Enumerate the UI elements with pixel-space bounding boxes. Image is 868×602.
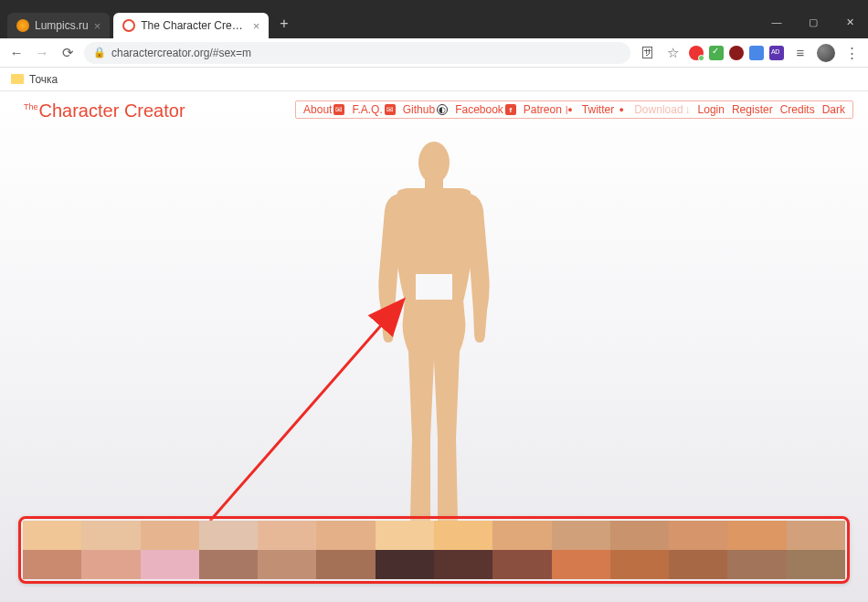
lock-icon: 🔒 [93, 47, 106, 58]
color-swatch[interactable] [141, 521, 199, 550]
mail-icon: ✉ [333, 104, 344, 115]
bookmark-item[interactable]: Точка [29, 73, 58, 86]
color-swatch[interactable] [669, 550, 727, 579]
app-menu: About ✉ F.A.Q. ✉ Github ◐ Facebook f Pat… [295, 100, 853, 119]
bookmarks-bar: Точка [0, 68, 868, 91]
color-swatch[interactable] [316, 550, 375, 579]
skin-palette [23, 521, 845, 579]
menu-dark[interactable]: Dark [820, 103, 847, 116]
url-input[interactable]: 🔒 charactercreator.org/#sex=m [84, 42, 630, 64]
tab-character-creator[interactable]: The Character Creator - Build vis... × [113, 13, 269, 38]
extension-icon[interactable] [769, 46, 784, 60]
color-swatch[interactable] [787, 521, 845, 550]
menu-patreon[interactable]: Patreon |● [522, 103, 577, 116]
download-icon: ↓ [685, 103, 691, 116]
logo-prefix: The [24, 102, 38, 111]
color-swatch[interactable] [727, 521, 786, 550]
star-icon[interactable]: ☆ [663, 45, 682, 61]
color-swatch[interactable] [610, 550, 669, 579]
palette-row [23, 550, 845, 579]
color-swatch[interactable] [787, 550, 845, 579]
menu-credits[interactable]: Credits [778, 103, 817, 116]
color-swatch[interactable] [81, 550, 140, 579]
tab-title: Lumpics.ru [35, 19, 89, 32]
twitter-icon: ● [616, 104, 627, 115]
facebook-icon: f [505, 104, 516, 115]
patreon-icon: |● [564, 104, 575, 115]
forward-button[interactable]: → [33, 45, 51, 60]
tab-title: The Character Creator - Build vis... [141, 19, 247, 32]
reading-list-icon[interactable]: ≡ [791, 45, 810, 60]
tab-strip: Lumpics.ru × The Character Creator - Bui… [0, 9, 868, 38]
menu-twitter[interactable]: Twitter ● [580, 103, 629, 116]
color-swatch[interactable] [376, 521, 434, 550]
palette-row [23, 521, 845, 550]
color-swatch[interactable] [23, 550, 81, 579]
color-swatch[interactable] [199, 550, 258, 579]
back-button[interactable]: ← [7, 45, 26, 60]
color-swatch[interactable] [23, 521, 81, 550]
menu-download[interactable]: Download ↓ [632, 103, 692, 116]
logo-main: Character Creator [39, 100, 185, 121]
svg-point-0 [418, 142, 450, 184]
mail-icon: ✉ [385, 104, 396, 115]
translate-icon[interactable]: 🈂 [638, 45, 656, 60]
window-titlebar [0, 0, 868, 9]
color-swatch[interactable] [316, 521, 375, 550]
extension-icon[interactable] [689, 46, 704, 60]
folder-icon [11, 74, 24, 84]
profile-avatar[interactable] [817, 44, 835, 62]
color-swatch[interactable] [81, 521, 140, 550]
menu-faq[interactable]: F.A.Q. ✉ [350, 103, 397, 116]
app-header: TheCharacter Creator About ✉ F.A.Q. ✉ Gi… [0, 91, 868, 121]
color-swatch[interactable] [141, 550, 199, 579]
color-swatch[interactable] [434, 521, 492, 550]
extensions [689, 46, 784, 60]
close-window-button[interactable]: ✕ [831, 9, 868, 35]
favicon-cc-icon [122, 19, 135, 32]
reload-button[interactable]: ⟳ [58, 45, 77, 61]
maximize-button[interactable]: ▢ [795, 9, 831, 35]
new-tab-button[interactable]: + [272, 12, 295, 36]
address-bar: ← → ⟳ 🔒 charactercreator.org/#sex=m 🈂 ☆ … [0, 38, 868, 68]
color-swatch[interactable] [552, 521, 610, 550]
tab-lumpics[interactable]: Lumpics.ru × [7, 13, 110, 38]
extension-icon[interactable] [749, 46, 764, 60]
menu-github[interactable]: Github ◐ [401, 103, 450, 116]
color-swatch[interactable] [492, 550, 551, 579]
skin-palette-highlight [18, 516, 850, 584]
close-icon[interactable]: × [253, 19, 260, 33]
menu-login[interactable]: Login [696, 103, 726, 116]
close-icon[interactable]: × [94, 19, 101, 33]
color-swatch[interactable] [669, 521, 727, 550]
extension-icon[interactable] [709, 46, 724, 60]
color-swatch[interactable] [376, 550, 434, 579]
color-swatch[interactable] [610, 521, 669, 550]
color-swatch[interactable] [552, 550, 610, 579]
window-controls: — ▢ ✕ [758, 9, 868, 35]
color-swatch[interactable] [434, 550, 492, 579]
color-swatch[interactable] [258, 521, 316, 550]
page-content: TheCharacter Creator About ✉ F.A.Q. ✉ Gi… [0, 91, 868, 602]
extension-icon[interactable] [729, 46, 744, 60]
color-swatch[interactable] [492, 521, 551, 550]
menu-icon[interactable]: ⋮ [842, 45, 861, 61]
menu-register[interactable]: Register [730, 103, 775, 116]
character-figure[interactable] [343, 137, 525, 557]
color-swatch[interactable] [199, 521, 258, 550]
app-logo[interactable]: TheCharacter Creator [24, 100, 185, 121]
github-icon: ◐ [437, 104, 448, 115]
minimize-button[interactable]: — [758, 9, 795, 35]
color-swatch[interactable] [727, 550, 786, 579]
url-text: charactercreator.org/#sex=m [111, 47, 251, 59]
menu-facebook[interactable]: Facebook f [453, 103, 518, 116]
favicon-orange-icon [16, 19, 29, 32]
color-swatch[interactable] [258, 550, 316, 579]
menu-about[interactable]: About ✉ [302, 103, 346, 116]
